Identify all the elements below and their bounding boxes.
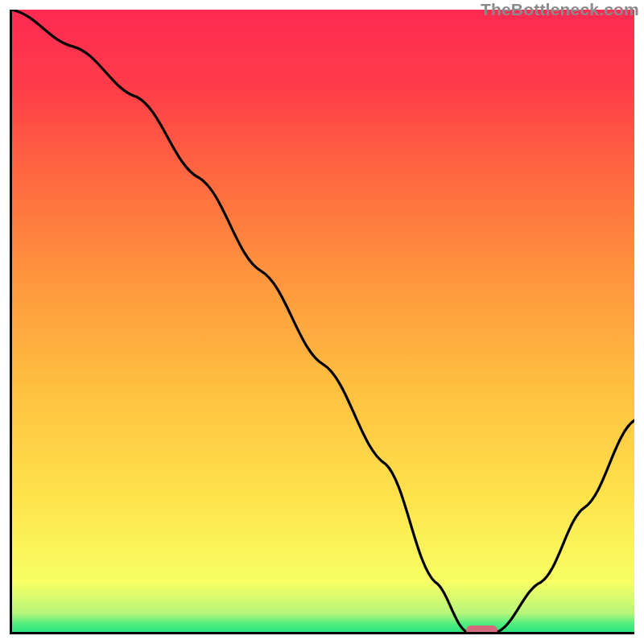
watermark-text: TheBottleneck.com [481,0,639,19]
optimal-marker [466,625,497,634]
plot-area [10,10,634,634]
chart-container: TheBottleneck.com [0,0,644,644]
line-curve [12,10,634,632]
